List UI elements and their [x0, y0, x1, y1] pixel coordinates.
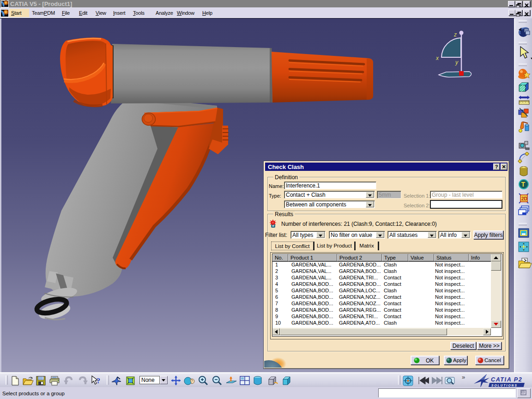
svg-text:T: T [521, 181, 526, 188]
svg-text:CATIA P2: CATIA P2 [491, 376, 522, 383]
svg-text:z: z [453, 31, 457, 38]
svg-text:y: y [455, 59, 459, 66]
svg-text:SOLUTIONS: SOLUTIONS [491, 384, 518, 387]
svg-text:2D: 2D [521, 196, 527, 201]
svg-text:x: x [435, 55, 439, 61]
svg-text:?: ? [97, 377, 100, 385]
